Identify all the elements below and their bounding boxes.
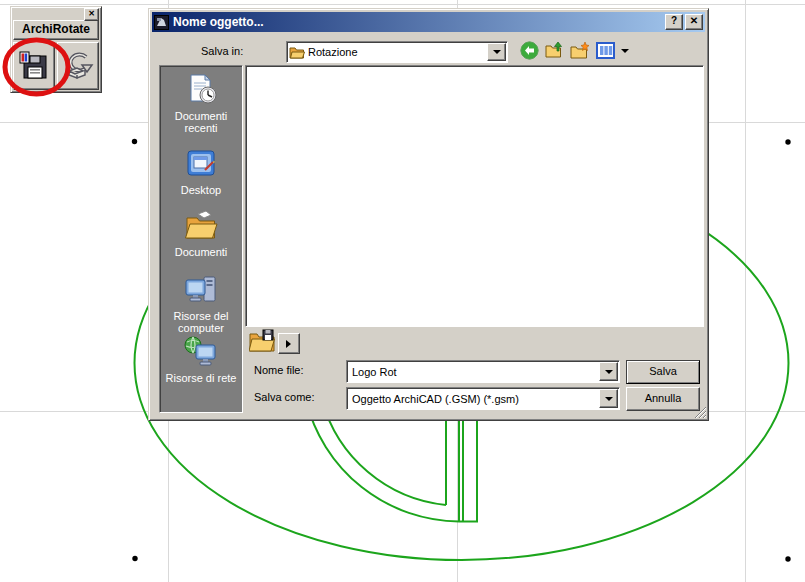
places-bar: Documenti recenti Desktop (159, 65, 243, 413)
dropdown-arrow-icon (493, 50, 501, 58)
save-in-value: Rotazione (305, 46, 358, 58)
save-in-dropdown-button[interactable] (487, 43, 506, 61)
file-name-label: Nome file: (254, 363, 304, 377)
file-list-area[interactable] (245, 65, 704, 327)
my-computer-icon (184, 274, 218, 306)
save-button[interactable]: Salva (626, 360, 700, 384)
place-label: Documenti (160, 246, 242, 258)
documents-icon (184, 210, 218, 242)
place-my-computer[interactable]: Risorse del computer (160, 274, 242, 334)
expand-button[interactable] (278, 333, 300, 354)
save-object-button[interactable] (13, 42, 55, 90)
save-in-combobox[interactable]: Rotazione (286, 41, 508, 63)
desktop-icon (184, 148, 218, 180)
place-network[interactable]: Risorse di rete (160, 336, 242, 384)
resize-grip[interactable] (694, 406, 706, 418)
save-object-dialog: Nome oggetto... ? ✕ Salva in: Rotazione (148, 8, 709, 421)
dialog-titlebar[interactable]: Nome oggetto... ? ✕ (152, 12, 705, 32)
palette-titlebar[interactable]: ✕ (11, 7, 101, 20)
file-name-value: Logo Rot (349, 366, 397, 378)
rotate-arrow-icon (62, 50, 94, 82)
expand-arrow-icon (286, 340, 295, 348)
recent-documents-icon (184, 74, 218, 106)
place-documents[interactable]: Documenti (160, 210, 242, 258)
dialog-nav-toolbar (520, 41, 629, 60)
open-folder-icon (289, 46, 305, 59)
file-name-combobox[interactable]: Logo Rot (346, 360, 620, 383)
place-label: Risorse del computer (160, 310, 242, 334)
place-label: Desktop (160, 184, 242, 196)
new-folder-icon[interactable] (570, 41, 590, 60)
dropdown-arrow-icon (605, 397, 613, 405)
floppy-save-icon (19, 51, 49, 81)
place-label: Risorse di rete (160, 372, 242, 384)
help-button[interactable]: ? (665, 14, 683, 30)
views-icon[interactable] (596, 41, 615, 60)
palette-close-button[interactable]: ✕ (84, 8, 99, 21)
place-recent-documents[interactable]: Documenti recenti (160, 74, 242, 134)
dialog-app-icon (154, 15, 169, 30)
close-button[interactable]: ✕ (685, 14, 703, 30)
save-as-type-value: Oggetto ArchiCAD (.GSM) (*.gsm) (349, 393, 519, 405)
save-as-type-dropdown-button[interactable] (599, 389, 618, 408)
up-one-level-icon[interactable] (545, 41, 564, 60)
save-in-label: Salva in: (201, 44, 243, 58)
dialog-title: Nome oggetto... (173, 15, 663, 29)
palette-title: ArchiRotate (13, 20, 99, 40)
rotate-button[interactable] (57, 42, 99, 90)
place-label: Documenti recenti (160, 110, 242, 134)
save-to-folder-icon[interactable] (249, 328, 275, 352)
save-as-type-label: Salva come: (254, 390, 315, 404)
save-as-type-combobox[interactable]: Oggetto ArchiCAD (.GSM) (*.gsm) (346, 387, 620, 410)
archirotate-palette: ✕ ArchiRotate (10, 6, 102, 93)
cancel-button[interactable]: Annulla (626, 387, 700, 411)
network-icon (184, 336, 218, 368)
place-desktop[interactable]: Desktop (160, 148, 242, 196)
file-name-dropdown-button[interactable] (599, 362, 618, 381)
archicad-canvas: ✕ ArchiRotate (0, 0, 805, 582)
back-icon[interactable] (520, 41, 539, 60)
dropdown-arrow-icon (605, 370, 613, 378)
views-dropdown-arrow-icon[interactable] (621, 49, 629, 57)
